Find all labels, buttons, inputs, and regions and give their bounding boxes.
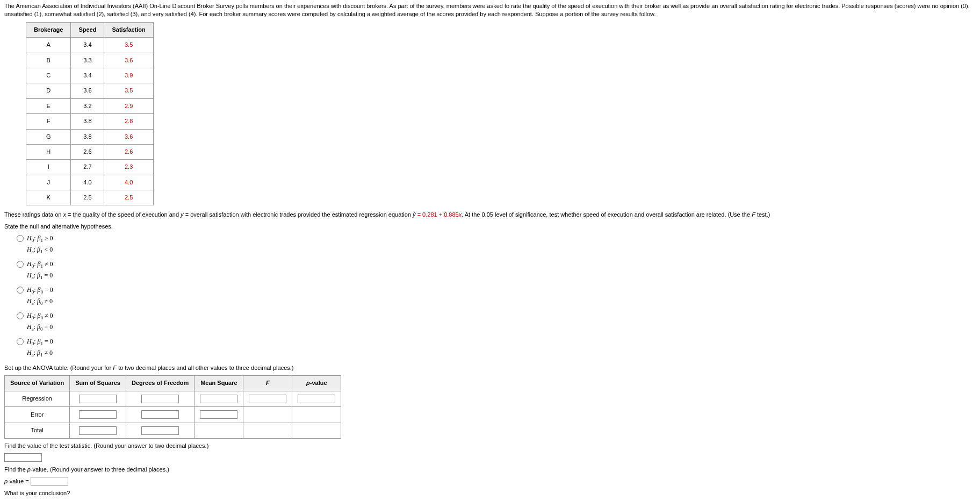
anova-h-source: Source of Variation xyxy=(5,376,70,391)
hypothesis-text: H0: β1 ≥ 0Ha: β1 < 0 xyxy=(27,234,53,255)
cell-satisfaction: 2.5 xyxy=(104,190,153,205)
problem-intro: The American Association of Individual I… xyxy=(4,2,976,19)
cell-speed: 3.3 xyxy=(71,53,104,68)
pvalue-input[interactable] xyxy=(31,477,68,485)
cell-speed: 3.8 xyxy=(71,114,104,129)
find-pvalue-prompt: Find the p-value. (Round your answer to … xyxy=(4,466,976,474)
cell-brokerage: F xyxy=(26,114,71,129)
table-row: B3.33.6 xyxy=(26,53,154,68)
anova-reg-ms-input[interactable] xyxy=(200,395,237,403)
cell-speed: 3.2 xyxy=(71,98,104,113)
cell-brokerage: E xyxy=(26,98,71,113)
cell-satisfaction: 2.3 xyxy=(104,160,153,175)
anova-reg-p-input[interactable] xyxy=(298,395,335,403)
find-test-stat-prompt: Find the value of the test statistic. (R… xyxy=(4,442,976,450)
cell-brokerage: G xyxy=(26,129,71,144)
anova-err-df-input[interactable] xyxy=(141,410,179,419)
cell-speed: 3.6 xyxy=(71,83,104,98)
hypothesis-radio[interactable] xyxy=(17,261,24,268)
anova-h-df: Degrees of Freedom xyxy=(126,376,194,391)
table-row: C3.43.9 xyxy=(26,68,154,83)
table-row: E3.22.9 xyxy=(26,98,154,113)
regression-sentence: These ratings data on x = the quality of… xyxy=(4,211,976,219)
cell-speed: 3.4 xyxy=(71,68,104,83)
cell-brokerage: C xyxy=(26,68,71,83)
table-row: H2.62.6 xyxy=(26,144,154,159)
table-row: K2.52.5 xyxy=(26,190,154,205)
anova-header-row: Source of Variation Sum of Squares Degre… xyxy=(5,376,341,391)
state-hypotheses-prompt: State the null and alternative hypothese… xyxy=(4,223,976,231)
hypothesis-radio[interactable] xyxy=(17,312,24,319)
col-satisfaction: Satisfaction xyxy=(104,22,153,37)
cell-speed: 3.4 xyxy=(71,38,104,53)
anova-row-total: Total xyxy=(5,423,341,438)
anova-label-total: Total xyxy=(5,423,70,438)
hypothesis-option: H0: β1 ≠ 0Ha: β1 = 0 xyxy=(14,260,976,281)
table-row: F3.82.8 xyxy=(26,114,154,129)
anova-tot-df-input[interactable] xyxy=(141,426,179,435)
cell-brokerage: B xyxy=(26,53,71,68)
anova-label-regression: Regression xyxy=(5,391,70,406)
conclusion-prompt: What is your conclusion? xyxy=(4,489,976,497)
hypothesis-text: H0: β0 = 0Ha: β0 ≠ 0 xyxy=(27,285,53,307)
hypothesis-radio[interactable] xyxy=(17,287,24,294)
cell-satisfaction: 4.0 xyxy=(104,175,153,190)
cell-satisfaction: 2.9 xyxy=(104,98,153,113)
pvalue-row: p-value = xyxy=(4,477,976,485)
cell-speed: 2.7 xyxy=(71,160,104,175)
cell-speed: 4.0 xyxy=(71,175,104,190)
cell-satisfaction: 2.8 xyxy=(104,114,153,129)
anova-tot-ss-input[interactable] xyxy=(79,426,117,435)
cell-brokerage: D xyxy=(26,83,71,98)
cell-brokerage: J xyxy=(26,175,71,190)
table-row: A3.43.5 xyxy=(26,38,154,53)
cell-satisfaction: 3.5 xyxy=(104,83,153,98)
anova-table: Source of Variation Sum of Squares Degre… xyxy=(4,375,341,439)
anova-err-ss-input[interactable] xyxy=(79,410,117,419)
cell-brokerage: H xyxy=(26,144,71,159)
cell-brokerage: I xyxy=(26,160,71,175)
data-table: Brokerage Speed Satisfaction A3.43.5B3.3… xyxy=(26,22,154,206)
anova-h-ms: Mean Square xyxy=(194,376,243,391)
hypothesis-text: H0: β1 ≠ 0Ha: β1 = 0 xyxy=(27,260,53,281)
table-row: I2.72.3 xyxy=(26,160,154,175)
hypothesis-radio[interactable] xyxy=(17,338,24,345)
anova-err-ms-input[interactable] xyxy=(200,410,237,419)
hypothesis-options: H0: β1 ≥ 0Ha: β1 < 0H0: β1 ≠ 0Ha: β1 = 0… xyxy=(14,234,976,359)
cell-brokerage: K xyxy=(26,190,71,205)
cell-satisfaction: 3.5 xyxy=(104,38,153,53)
cell-speed: 2.6 xyxy=(71,144,104,159)
anova-label-error: Error xyxy=(5,407,70,423)
table-header-row: Brokerage Speed Satisfaction xyxy=(26,22,154,37)
cell-satisfaction: 3.6 xyxy=(104,129,153,144)
anova-h-ss: Sum of Squares xyxy=(70,376,126,391)
anova-row-regression: Regression xyxy=(5,391,341,406)
table-row: D3.63.5 xyxy=(26,83,154,98)
table-row: J4.04.0 xyxy=(26,175,154,190)
test-statistic-input[interactable] xyxy=(4,453,42,462)
col-speed: Speed xyxy=(71,22,104,37)
cell-satisfaction: 3.6 xyxy=(104,53,153,68)
anova-prompt: Set up the ANOVA table. (Round your for … xyxy=(4,364,976,372)
hypothesis-option: H0: β1 = 0Ha: β1 ≠ 0 xyxy=(14,337,976,359)
hypothesis-text: H0: β0 ≠ 0Ha: β0 = 0 xyxy=(27,311,53,333)
hypothesis-option: H0: β0 ≠ 0Ha: β0 = 0 xyxy=(14,311,976,333)
cell-speed: 2.5 xyxy=(71,190,104,205)
anova-h-f: F xyxy=(243,376,292,391)
hypothesis-option: H0: β0 = 0Ha: β0 ≠ 0 xyxy=(14,285,976,307)
table-row: G3.83.6 xyxy=(26,129,154,144)
hypothesis-radio[interactable] xyxy=(17,235,24,242)
anova-reg-f-input[interactable] xyxy=(249,395,286,403)
hypothesis-text: H0: β1 = 0Ha: β1 ≠ 0 xyxy=(27,337,53,359)
cell-speed: 3.8 xyxy=(71,129,104,144)
hypothesis-option: H0: β1 ≥ 0Ha: β1 < 0 xyxy=(14,234,976,255)
anova-row-error: Error xyxy=(5,407,341,423)
cell-satisfaction: 3.9 xyxy=(104,68,153,83)
anova-reg-ss-input[interactable] xyxy=(79,395,117,403)
anova-h-p: p-value xyxy=(292,376,341,391)
anova-reg-df-input[interactable] xyxy=(141,395,179,403)
cell-brokerage: A xyxy=(26,38,71,53)
cell-satisfaction: 2.6 xyxy=(104,144,153,159)
col-brokerage: Brokerage xyxy=(26,22,71,37)
